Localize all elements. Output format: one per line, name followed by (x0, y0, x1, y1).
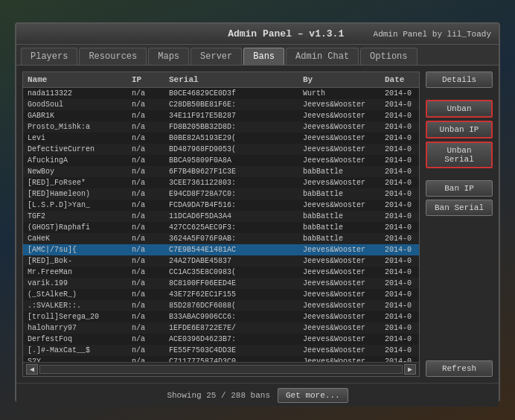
cell-name: GoodSoul (26, 100, 130, 109)
table-row[interactable]: Levi n/a B0BE82A5193E29( Jeeves&Wooster … (23, 133, 419, 144)
main-window: Admin Panel – v1.3.1 Admin Panel by lil_… (15, 22, 500, 402)
cell-by: babBattle (301, 234, 383, 244)
cell-serial: B0CE46829CE0D3f (167, 89, 301, 98)
cell-serial: 8C8100FF06EED4E (167, 279, 301, 288)
title-bar: Admin Panel – v1.3.1 Admin Panel by lil_… (16, 24, 499, 45)
cell-ip: n/a (130, 245, 167, 255)
table-row[interactable]: DefectiveCurren n/a BD487968FD9053( Jeev… (23, 144, 419, 155)
table-row[interactable]: haloharry97 n/a 1EFDE6E8722E7E/ Jeeves&W… (23, 322, 419, 334)
table-row[interactable]: TGF2 n/a 11DCAD6F5DA3A4 babBattle 2014-0 (23, 211, 419, 222)
cell-ip: n/a (130, 189, 167, 199)
cell-date: 2014-0 (383, 301, 419, 311)
cell-name: [AMC|/7su]{ (26, 245, 130, 255)
cell-serial: BD487968FD9053( (167, 144, 301, 154)
cell-serial: 427CC625AEC9F3: (167, 223, 301, 232)
cell-date: 2014-0 (383, 357, 419, 362)
table-row[interactable]: CaHeK n/a 3624A5F076F9AB: babBattle 2014… (23, 233, 419, 244)
table-header: Name IP Serial By Date (23, 72, 419, 88)
cell-by: Jeeves&Wooster (301, 256, 383, 266)
cell-name: [RED]_FoRsee* (26, 178, 130, 188)
table-row[interactable]: varik.199 n/a 8C8100FF06EED4E Jeeves&Woo… (23, 278, 419, 289)
cell-date: 2014-0 (383, 189, 419, 199)
tab-admin-chat[interactable]: Admin Chat (286, 48, 359, 65)
tab-maps[interactable]: Maps (148, 48, 189, 65)
cell-ip: n/a (130, 312, 167, 322)
cell-date: 2014-0 (383, 223, 419, 232)
scroll-right-arrow[interactable]: ▶ (404, 364, 416, 375)
cell-ip: n/a (130, 323, 167, 333)
cell-serial: ACE0396D4623B7: (167, 334, 301, 344)
scroll-track[interactable] (39, 365, 403, 374)
cell-ip: n/a (130, 256, 167, 266)
table-row[interactable]: [AMC|/7su]{ n/a C7E9B544E1481AC Jeeves&W… (23, 244, 419, 255)
table-row[interactable]: Mr.FreeMan n/a CC1AC35E8C0983( Jeeves&Wo… (23, 267, 419, 278)
tab-resources[interactable]: Resources (79, 48, 147, 65)
unban-button[interactable]: Unban (426, 100, 493, 118)
table-row[interactable]: .:SVALKER::. n/a 85D2876DCF6088( Jeeves&… (23, 300, 419, 311)
cell-name: S2Y (26, 357, 130, 362)
cell-name: CaHeK (26, 234, 130, 244)
table-row[interactable]: [RED]_FoRsee* n/a 3CEE7361122803: Jeeves… (23, 177, 419, 188)
cell-name: AfuckingA (26, 156, 130, 165)
cell-serial: B33ABAC9906CC6: (167, 312, 301, 322)
sidebar: Details Unban Unban IP Unban Serial Ban … (426, 71, 493, 377)
cell-date: 2014-0 (383, 156, 419, 165)
cell-serial: FE55F7503C4DD3E (167, 346, 301, 355)
cell-name: nada113322 (26, 89, 130, 98)
table-row[interactable]: [RED]Hameleon) n/a E94CD8F728A7C0: babBa… (23, 188, 419, 200)
cell-ip: n/a (130, 357, 167, 362)
get-more-button[interactable]: Get more... (278, 388, 348, 403)
cell-name: varik.199 (26, 279, 130, 288)
footer-showing: Showing 25 / 288 bans (167, 391, 270, 400)
table-row[interactable]: AfuckingA n/a BBCA95809F0A8A Jeeves&Woos… (23, 155, 419, 166)
cell-by: Jeeves&Wooster (301, 100, 383, 109)
tab-bar: Players Resources Maps Server Bans Admin… (16, 45, 499, 66)
cell-by: Jeeves&Wooster (301, 245, 383, 255)
tab-server[interactable]: Server (191, 48, 242, 65)
table-row[interactable]: [RED]_Bok- n/a 24A27DABE45837 Jeeves&Woo… (23, 255, 419, 267)
tab-players[interactable]: Players (21, 48, 77, 65)
ban-ip-button[interactable]: Ban IP (426, 180, 493, 197)
table-row[interactable]: (_StAlkeR_) n/a 43E72F62EC1F155 Jeeves&W… (23, 289, 419, 300)
cell-name: [RED]_Bok- (26, 256, 130, 266)
table-row[interactable]: [.]#-MaxCat__$ n/a FE55F7503C4DD3E Jeeve… (23, 345, 419, 356)
refresh-button[interactable]: Refresh (426, 360, 493, 377)
cell-serial: 6F7B4B9627F1C3E (167, 167, 301, 176)
scroll-left-arrow[interactable]: ◀ (26, 364, 38, 375)
cell-by: Jeeves&Wooster (301, 133, 383, 143)
unban-serial-button[interactable]: Unban Serial (426, 141, 493, 168)
table-row[interactable]: [L.S.P.D]>Yan_ n/a FCDA9DA7B4F516: Jeeve… (23, 200, 419, 211)
cell-serial: 43E72F62EC1F155 (167, 290, 301, 299)
cell-date: 2014-0 (383, 334, 419, 344)
table-row[interactable]: S2Y n/a C7117775874D3C0 Jeeves&Wooster 2… (23, 356, 419, 362)
table-row[interactable]: NewBoy n/a 6F7B4B9627F1C3E babBattle 201… (23, 166, 419, 177)
cell-ip: n/a (130, 100, 167, 109)
cell-name: Mr.FreeMan (26, 267, 130, 277)
cell-by: Jeeves&Wooster (301, 312, 383, 322)
unban-ip-button[interactable]: Unban IP (426, 121, 493, 139)
table-row[interactable]: [troll]Serega_20 n/a B33ABAC9906CC6: Jee… (23, 311, 419, 322)
table-row[interactable]: GABR1K n/a 34E11F917E5B287 Jeeves&Wooste… (23, 110, 419, 121)
cell-by: Jeeves&Wooster (301, 156, 383, 165)
cell-by: Wurth (301, 89, 383, 98)
header-by: By (301, 74, 383, 86)
cell-ip: n/a (130, 111, 167, 121)
table-row[interactable]: (GHOST)Raphafi n/a 427CC625AEC9F3: babBa… (23, 222, 419, 233)
table-body: nada113322 n/a B0CE46829CE0D3f Wurth 201… (23, 88, 419, 362)
cell-ip: n/a (130, 290, 167, 299)
cell-by: Jeeves&Wooster (301, 144, 383, 154)
tab-options[interactable]: Options (360, 48, 417, 65)
table-row[interactable]: Prosto_Mishk:a n/a FD8B205BB32D8D: Jeeve… (23, 121, 419, 133)
cell-ip: n/a (130, 156, 167, 165)
details-button[interactable]: Details (426, 71, 493, 88)
table-row[interactable]: DerfestFoq n/a ACE0396D4623B7: Jeeves&Wo… (23, 334, 419, 345)
table-row[interactable]: GoodSoul n/a C28DB50BE81F6E: Jeeves&Woos… (23, 99, 419, 110)
cell-name: [L.S.P.D]>Yan_ (26, 200, 130, 210)
ban-serial-button[interactable]: Ban Serial (426, 200, 493, 216)
table-row[interactable]: nada113322 n/a B0CE46829CE0D3f Wurth 201… (23, 88, 419, 99)
bans-table: Name IP Serial By Date nada113322 n/a B0… (22, 71, 420, 377)
tab-bans[interactable]: Bans (243, 48, 284, 65)
cell-date: 2014-0 (383, 167, 419, 176)
cell-ip: n/a (130, 346, 167, 355)
cell-name: (GHOST)Raphafi (26, 223, 130, 232)
